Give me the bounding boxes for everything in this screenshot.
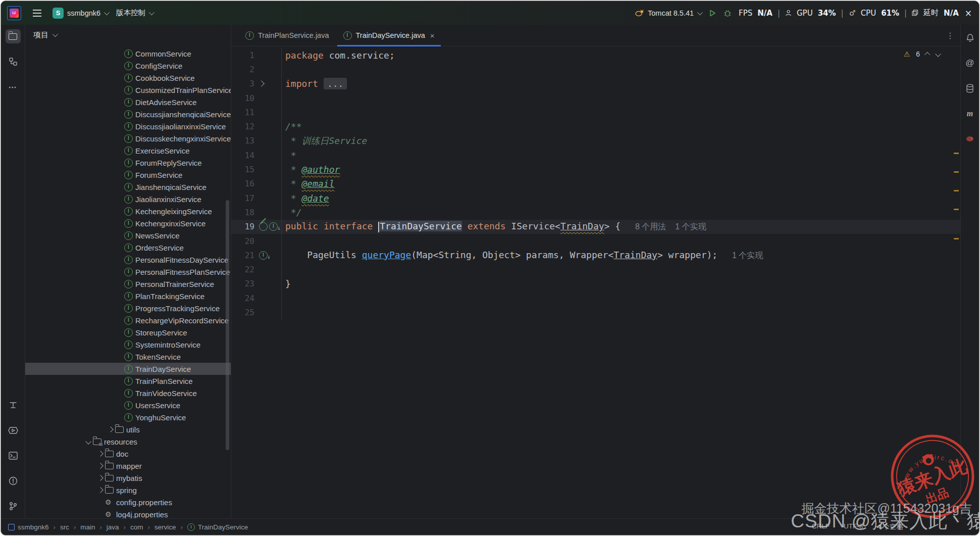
tree-item-kechengleixingservice[interactable]: KechengleixingService	[25, 205, 231, 217]
tree-item-dietadviseservice[interactable]: DietAdviseService	[25, 96, 231, 108]
tree-item-ordersservice[interactable]: OrdersService	[25, 241, 231, 254]
main-menu-button[interactable]	[29, 6, 44, 20]
tree-item-log4j.properties[interactable]: ⚙log4j.properties	[25, 508, 231, 518]
tree-item-doc[interactable]: doc	[25, 448, 231, 460]
maven-button[interactable]: m	[962, 107, 977, 121]
breadcrumb-item-java[interactable]: java	[107, 523, 119, 531]
tree-item-jianshenqicaiservice[interactable]: JianshenqicaiService	[25, 181, 231, 193]
tree-item-mybatis[interactable]: mybatis	[25, 472, 231, 484]
tree-item-label: mybatis	[116, 474, 142, 482]
project-panel-header[interactable]: 项目	[25, 25, 231, 45]
tree-item-label: StoreupService	[135, 328, 187, 337]
inlay-hint[interactable]: 8 个用法	[635, 222, 666, 231]
tree-item-personalfitnessplanservice[interactable]: PersonalFitnessPlanService	[25, 266, 231, 278]
breadcrumb-item-com[interactable]: com	[130, 523, 143, 531]
ai-assistant-button[interactable]: @	[962, 56, 977, 70]
tree-item-trainplanservice[interactable]: TrainPlanService	[25, 375, 231, 387]
error-stripe-mark[interactable]	[954, 171, 959, 173]
tree-caret-icon[interactable]	[96, 464, 105, 468]
structure-tool-button[interactable]	[6, 55, 21, 69]
run-config-widget[interactable]: Tomcat 8.5.41	[635, 9, 701, 17]
tree-item-resources[interactable]: resources	[25, 435, 231, 448]
tree-item-commonservice[interactable]: CommonService	[25, 47, 231, 60]
inlay-hint[interactable]: 1 个实现	[675, 222, 706, 231]
interface-icon	[124, 243, 135, 252]
tree-item-spring[interactable]: spring	[25, 484, 231, 496]
tab-label: TrainPlanService.java	[258, 31, 329, 39]
tree-item-kechengxinxiservice[interactable]: KechengxinxiService	[25, 217, 231, 229]
tree-item-personalfitnessdayservice[interactable]: PersonalFitnessDayService	[25, 254, 231, 266]
no-instance-icon[interactable]	[259, 222, 268, 231]
code-editor[interactable]: 1package com.service;23import ...101112/…	[231, 46, 960, 518]
tree-item-discusskechengxinxiservice[interactable]: DiscusskechengxinxiService	[25, 132, 231, 144]
breadcrumb-item-src[interactable]: src	[60, 523, 69, 531]
tree-caret-icon[interactable]	[84, 440, 93, 444]
run-button[interactable]	[708, 9, 716, 17]
breadcrumb-item-ssmbgnk6[interactable]: ssmbgnk6	[8, 523, 49, 531]
tree-item-progresstrackingservice[interactable]: ProgressTrackingService	[25, 302, 231, 314]
tab-options-kebab-icon[interactable]: ⋮	[946, 31, 954, 40]
project-widget[interactable]: S ssmbgnk6	[53, 8, 108, 19]
line-number: 10	[231, 93, 254, 103]
tree-item-customizedtrainplanservice[interactable]: CustomizedTrainPlanService	[25, 84, 231, 96]
error-stripe-mark[interactable]	[954, 190, 959, 191]
project-tool-button[interactable]	[6, 29, 21, 43]
tree-item-configservice[interactable]: ConfigService	[25, 60, 231, 72]
breadcrumb-item-traindayservice[interactable]: TrainDayService	[187, 523, 248, 531]
problems-tool-button[interactable]	[6, 474, 21, 488]
breadcrumb-item-main[interactable]: main	[80, 523, 95, 531]
vcs-widget[interactable]: 版本控制	[116, 8, 153, 18]
tree-item-usersservice[interactable]: UsersService	[25, 399, 231, 411]
tab-traindayservice[interactable]: TrainDayService.java ×	[336, 25, 442, 46]
breadcrumb-item-service[interactable]: service	[154, 523, 176, 531]
tree-item-exerciseservice[interactable]: ExerciseService	[25, 144, 231, 157]
tree-item-newsservice[interactable]: NewsService	[25, 229, 231, 241]
breadcrumb-separator: ›	[54, 523, 56, 531]
tree-caret-icon[interactable]	[106, 427, 115, 431]
next-issue-icon[interactable]	[935, 51, 941, 57]
tree-caret-icon[interactable]	[96, 476, 105, 480]
tree-item-forumreplyservice[interactable]: ForumReplyService	[25, 157, 231, 169]
tree-item-mapper[interactable]: mapper	[25, 460, 231, 472]
tree-item-personaltrainerservice[interactable]: PersonalTrainerService	[25, 278, 231, 290]
tree-item-utils[interactable]: utils	[25, 423, 231, 435]
error-stripe-mark[interactable]	[954, 209, 959, 210]
tree-caret-icon[interactable]	[96, 452, 105, 456]
fold-chevron-icon[interactable]	[258, 80, 265, 87]
tree-caret-icon[interactable]	[96, 488, 105, 492]
terminal-tool-button[interactable]	[6, 449, 21, 463]
error-stripe-mark[interactable]	[954, 238, 959, 239]
database-button[interactable]	[962, 81, 977, 95]
git-tool-button[interactable]	[6, 499, 21, 513]
tree-scrollbar[interactable]	[226, 200, 229, 450]
tree-item-jiaolianxinxiservice[interactable]: JiaolianxinxiService	[25, 193, 231, 205]
tree-item-rechargeviprecordservice[interactable]: RechargeVipRecordService	[25, 314, 231, 326]
tree-item-traindayservice[interactable]: TrainDayService	[25, 363, 231, 375]
more-tools-button[interactable]: ⋯	[6, 80, 21, 94]
prev-issue-icon[interactable]	[924, 52, 930, 58]
tree-item-systemintroservice[interactable]: SystemintroService	[25, 338, 231, 351]
implemented-marker-icon[interactable]: ↓	[259, 251, 271, 260]
tree-item-discussjiaolianxinxiservice[interactable]: DiscussjiaolianxinxiService	[25, 120, 231, 132]
tree-item-forumservice[interactable]: ForumService	[25, 169, 231, 181]
tree-item-trainvideoservice[interactable]: TrainVideoService	[25, 387, 231, 399]
error-stripe-mark[interactable]	[954, 153, 959, 154]
tab-trainplanservice[interactable]: TrainPlanService.java	[238, 25, 336, 46]
tree-item-config.properties[interactable]: ⚙config.properties	[25, 496, 231, 508]
inspection-widget[interactable]: ⚠ 6	[904, 50, 940, 58]
services-tool-button[interactable]	[6, 423, 21, 437]
notifications-button[interactable]	[962, 31, 977, 45]
close-tab-icon[interactable]: ×	[430, 31, 435, 40]
tree-item-cookbookservice[interactable]: CookbookService	[25, 72, 231, 84]
tree-item-discussjianshenqicaiservice[interactable]: DiscussjianshenqicaiService	[25, 108, 231, 120]
debug-button[interactable]	[724, 9, 732, 17]
tree-item-yonghuservice[interactable]: YonghuService	[25, 411, 231, 423]
implemented-marker-icon[interactable]: ↓	[269, 222, 281, 231]
gradle-button[interactable]	[962, 132, 977, 146]
window-close-icon[interactable]: ×	[965, 8, 972, 18]
tree-item-tokenservice[interactable]: TokenService	[25, 351, 231, 363]
tree-item-plantrackingservice[interactable]: PlanTrackingService	[25, 290, 231, 302]
inlay-hint[interactable]: 1 个实现	[732, 251, 763, 260]
commit-tool-button[interactable]	[6, 398, 21, 412]
tree-item-storeupservice[interactable]: StoreupService	[25, 326, 231, 338]
